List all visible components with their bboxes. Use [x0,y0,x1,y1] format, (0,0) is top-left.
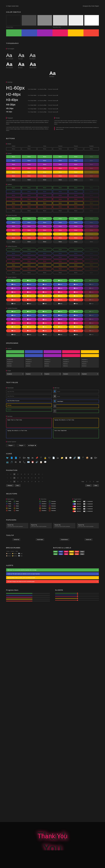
button[interactable]: Button [69,209,83,212]
button[interactable]: Button [53,236,68,240]
button[interactable]: Button [69,163,83,166]
warning-input[interactable] [53,405,99,408]
button[interactable]: Button [53,194,68,197]
button[interactable]: Button [84,163,99,166]
button[interactable]: Button [22,333,36,336]
dropdown-item[interactable]: Submenu [25,365,43,367]
button[interactable]: Button [37,217,52,220]
breadcrumb-item[interactable]: Data [20,553,22,554]
button[interactable]: Button [69,228,83,232]
button[interactable]: Button [84,314,99,317]
button[interactable]: Button [22,163,36,166]
toggle[interactable] [83,508,86,509]
button[interactable]: Button [53,252,68,255]
radio[interactable] [14,501,15,502]
button[interactable]: Button [6,228,21,232]
button[interactable]: Button [37,198,52,201]
button[interactable]: Button [37,202,52,205]
button[interactable]: Button [22,325,36,329]
toggle[interactable] [73,503,76,505]
button[interactable]: Button [53,221,68,224]
button[interactable]: Button [53,232,68,236]
button[interactable]: Button [37,221,52,224]
radio[interactable] [14,507,15,509]
button[interactable]: Button [84,267,99,270]
checkbox[interactable] [49,501,50,502]
radio[interactable] [14,505,15,507]
dropdown[interactable]: Dropdown▾ [81,350,99,353]
button[interactable]: Button [69,271,83,274]
number-spinner[interactable]: − Stepper + [6,444,15,446]
button[interactable]: Button [6,232,21,236]
button[interactable]: Button [6,302,21,305]
dropdown[interactable]: Dropdown▾ [81,372,99,375]
pag-number[interactable]: 8 [34,480,36,483]
button[interactable]: Button [6,202,21,205]
button[interactable]: Button [84,221,99,224]
button[interactable]: Button [84,240,99,243]
button[interactable]: Button [69,259,83,263]
button[interactable]: Button [53,170,68,174]
button[interactable]: Button [37,267,52,270]
text-input-warning[interactable] [6,403,52,407]
breadcrumb-item[interactable]: Data [16,551,18,552]
button[interactable]: Button [84,321,99,324]
button[interactable]: Button [69,283,83,286]
pag-number[interactable]: 3 [93,480,95,483]
button[interactable]: Button [22,287,36,290]
button[interactable]: Button [84,279,99,282]
textarea[interactable]: Input Text in Text Area [6,418,52,428]
button[interactable]: Button [53,178,68,181]
button[interactable]: Button [6,159,21,162]
slider[interactable]: .slider::after{background:#f44336} [55,600,99,600]
button[interactable]: Button [37,329,52,332]
dropdown[interactable]: Dropdown▾ [6,372,24,375]
pag-number[interactable]: 6 [27,477,30,479]
button[interactable]: Button [84,329,99,332]
dropdown-item[interactable]: Dropdown 1 [44,359,61,361]
dropdown-item[interactable]: Submenu [6,363,24,365]
button[interactable]: Button [53,167,68,170]
button[interactable]: Button [6,333,21,336]
button[interactable]: Button [6,225,21,228]
button[interactable]: Button [69,205,83,209]
older-button[interactable]: Older [93,484,99,487]
button[interactable]: Button [37,333,52,336]
button[interactable]: Button [6,271,21,274]
dropdown-item[interactable]: Dropdown 1 [62,359,80,361]
button[interactable]: Button [22,321,36,324]
button[interactable]: Button [69,170,83,174]
button[interactable]: Button [6,190,21,193]
button[interactable]: Button [6,298,21,301]
button[interactable]: Button [69,252,83,255]
button[interactable]: Button [53,314,68,317]
button[interactable]: Button [6,147,21,150]
button[interactable]: Button [37,147,52,150]
button[interactable]: Button [69,298,83,301]
pag-number[interactable]: 7 [31,480,33,483]
dropdown-menu[interactable]: Dropdown 1Dropdown 2SubmenuSubmenu [62,358,80,368]
button[interactable]: Button [37,174,52,178]
button[interactable]: Button [84,205,99,209]
button[interactable]: Button [37,232,52,236]
newer-button[interactable]: Newer [85,484,92,487]
number-spinner[interactable]: ◀ Stepper ▶ [27,444,37,447]
button[interactable]: Button [69,302,83,305]
button[interactable]: Button [84,167,99,170]
pag-number[interactable]: 7 [31,477,33,479]
button[interactable]: Button [6,174,21,178]
button[interactable]: Button [6,310,21,313]
pag-number[interactable]: 2 [13,477,16,479]
button[interactable]: Button [6,194,21,197]
button[interactable]: Button [69,240,83,243]
button[interactable]: Button [22,310,36,313]
button[interactable]: Button [22,236,36,240]
pag-number[interactable]: 5 [24,477,26,479]
button[interactable]: Button [6,209,21,212]
dropdown-item[interactable]: Submenu [44,363,61,365]
button[interactable]: Button [69,174,83,178]
button[interactable]: Button [6,252,21,255]
button[interactable]: Button [53,190,68,193]
pag-last[interactable]: Last [96,480,99,483]
button[interactable]: Button [6,256,21,259]
